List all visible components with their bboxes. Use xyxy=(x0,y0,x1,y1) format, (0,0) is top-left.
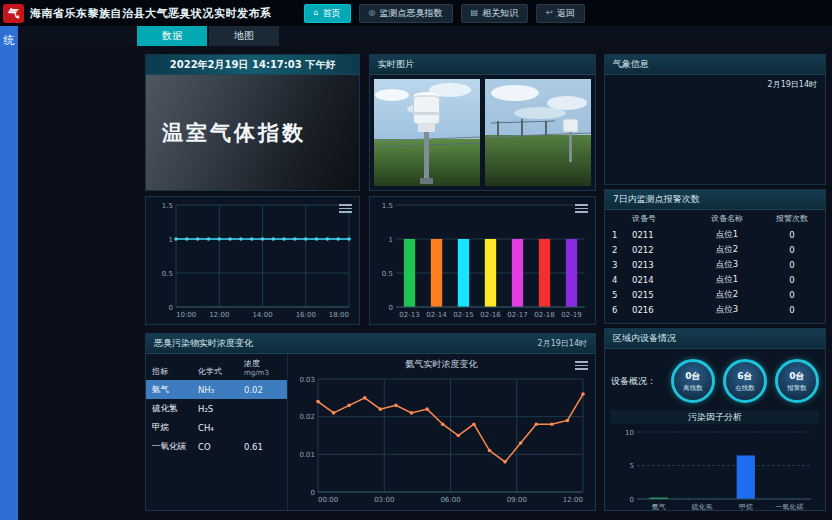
alarm-col-name: 设备名称 xyxy=(688,213,766,224)
greeting-body: 温室气体指数 xyxy=(146,75,359,190)
factor-chart-svg: 0510氨气硫化氢甲烷一氧化碳 xyxy=(611,424,819,514)
svg-text:0: 0 xyxy=(630,496,634,504)
alarm-row-index: 4 xyxy=(612,275,632,285)
odor-header-date: 2月19日14时 xyxy=(538,338,587,349)
knowledge-icon: ▤ xyxy=(471,9,479,17)
device-stat-circle-3: 0台报警数 xyxy=(775,359,819,403)
devices-header: 区域内设备情况 xyxy=(605,329,825,349)
alarm-row-count: 0 xyxy=(766,305,818,315)
odor-row-name: 氨气 xyxy=(152,384,198,396)
alarm-row-device: 0215 xyxy=(632,290,688,300)
alarm-panel: 7日内监测点报警次数 设备号 设备名称 报警次数 10211点位1020212点… xyxy=(604,189,826,324)
svg-text:00:00: 00:00 xyxy=(318,496,338,504)
nav-item-1[interactable]: ⌂首页 xyxy=(304,4,351,23)
app-logo-icon: 气 xyxy=(3,4,24,23)
alarm-row-device: 0214 xyxy=(632,275,688,285)
svg-text:10:00: 10:00 xyxy=(176,311,196,319)
alarm-row-index: 1 xyxy=(612,230,632,240)
alarm-table-row: 50215点位20 xyxy=(605,287,825,302)
greenhouse-chart-wrap: 00.511.510:0012:0014:0016:0018:00 xyxy=(146,197,359,324)
odor-row-value: 0.61 xyxy=(244,442,281,452)
alarm-row-index: 3 xyxy=(612,260,632,270)
device-overview-row: 设备概况： 0台离线数6台在线数0台报警数 xyxy=(611,352,819,410)
svg-text:0: 0 xyxy=(169,304,173,312)
device-stat-label: 在线数 xyxy=(735,384,755,393)
device-stat-circle-1: 0台离线数 xyxy=(671,359,715,403)
nav-item-label: 首页 xyxy=(323,7,341,20)
odor-row-name: 硫化氢 xyxy=(152,403,198,415)
greenhouse-index-title: 温室气体指数 xyxy=(146,119,306,147)
daily-bars-panel: 00.511.502-1302-1402-1502-1602-1702-1802… xyxy=(369,196,596,325)
svg-text:0.5: 0.5 xyxy=(382,270,393,278)
odor-table-row[interactable]: 甲烷CH₄ xyxy=(146,418,287,437)
device-stat-count: 6台 xyxy=(737,370,752,383)
daily-bars-svg: 00.511.502-1302-1402-1502-1602-1702-1802… xyxy=(370,197,593,322)
odor-header-title: 恶臭污染物实时浓度变化 xyxy=(154,337,253,350)
alarm-table-row: 10211点位10 xyxy=(605,227,825,242)
alarm-row-device: 0216 xyxy=(632,305,688,315)
chart-menu-icon[interactable] xyxy=(575,202,588,215)
top-bar: 气 海南省乐东黎族自治县大气恶臭状况实时发布系 ⌂首页◎监测点恶臭指数▤相关知识… xyxy=(0,0,832,26)
alarm-row-device: 0211 xyxy=(632,230,688,240)
device-stat-count: 0台 xyxy=(789,370,804,383)
weather-panel: 气象信息 2月19日14时 xyxy=(604,54,826,185)
device-stat-label: 离线数 xyxy=(683,384,703,393)
odor-table-head: 指标 化学式 浓度 mg/m3 xyxy=(146,356,287,380)
svg-text:1: 1 xyxy=(169,236,173,244)
alarm-table-row: 30213点位30 xyxy=(605,257,825,272)
greenhouse-chart-panel: 00.511.510:0012:0014:0016:0018:00 xyxy=(145,196,360,325)
alarm-row-count: 0 xyxy=(766,290,818,300)
alarm-row-count: 0 xyxy=(766,230,818,240)
photos-panel: 实时图片 xyxy=(369,54,596,191)
weather-date: 2月19日14时 xyxy=(768,79,817,180)
alarm-table-head: 设备号 设备名称 报警次数 xyxy=(605,210,825,227)
photos-body xyxy=(370,75,595,190)
ammonia-chart-svg: 00.010.020.0300:0003:0006:0009:0012:00 xyxy=(288,371,591,507)
greeting-panel: 2022年2月19日 14:17:03 下午好 温室气体指数 xyxy=(145,54,360,191)
nav-item-label: 监测点恶臭指数 xyxy=(380,7,443,20)
odor-row-value: 0.02 xyxy=(244,385,281,395)
device-stat-label: 报警数 xyxy=(787,384,807,393)
devices-body: 设备概况： 0台离线数6台在线数0台报警数 污染因子分析 0510氨气硫化氢甲烷… xyxy=(605,349,825,518)
odor-table-row[interactable]: 一氧化碳CO0.61 xyxy=(146,437,287,456)
side-strip[interactable]: 统 xyxy=(0,26,18,520)
odor-table-body: 氨气NH₃0.02硫化氢H₂S甲烷CH₄一氧化碳CO0.61 xyxy=(146,380,287,456)
alarm-table-row: 20212点位20 xyxy=(605,242,825,257)
greenhouse-chart-svg: 00.511.510:0012:0014:0016:0018:00 xyxy=(146,197,357,322)
station-photo-2 xyxy=(485,79,591,186)
tab-2[interactable]: 地图 xyxy=(209,26,279,46)
odor-table-row[interactable]: 硫化氢H₂S xyxy=(146,399,287,418)
svg-text:03:00: 03:00 xyxy=(374,496,394,504)
alarm-row-count: 0 xyxy=(766,245,818,255)
odor-table-row[interactable]: 氨气NH₃0.02 xyxy=(146,380,287,399)
nav-item-4[interactable]: ↩返回 xyxy=(536,4,585,23)
svg-text:1.5: 1.5 xyxy=(382,202,393,210)
alarm-row-name: 点位1 xyxy=(688,229,766,241)
side-strip-label: 统 xyxy=(0,33,18,48)
tab-1[interactable]: 数据 xyxy=(137,26,207,46)
svg-text:02-19: 02-19 xyxy=(561,311,581,319)
tab-row: 数据地图 xyxy=(18,26,832,46)
chart-menu-icon[interactable] xyxy=(575,359,588,372)
devices-panel: 区域内设备情况 设备概况： 0台离线数6台在线数0台报警数 污染因子分析 051… xyxy=(604,328,826,511)
svg-text:10: 10 xyxy=(625,429,634,437)
alarm-col-device: 设备号 xyxy=(632,213,688,224)
odor-header: 恶臭污染物实时浓度变化 2月19日14时 xyxy=(146,334,595,354)
alarm-table-row: 40214点位10 xyxy=(605,272,825,287)
chart-menu-icon[interactable] xyxy=(339,202,352,215)
svg-text:16:00: 16:00 xyxy=(296,311,316,319)
svg-text:02-15: 02-15 xyxy=(453,311,473,319)
daily-bars-wrap: 00.511.502-1302-1402-1502-1602-1702-1802… xyxy=(370,197,595,324)
dashboard: 气 海南省乐东黎族自治县大气恶臭状况实时发布系 ⌂首页◎监测点恶臭指数▤相关知识… xyxy=(0,0,832,520)
station-photo-1-art xyxy=(374,79,480,186)
nav-item-2[interactable]: ◎监测点恶臭指数 xyxy=(359,4,453,23)
odor-col-name: 指标 xyxy=(152,366,198,377)
device-stat-circle-2: 6台在线数 xyxy=(723,359,767,403)
alarm-row-index: 2 xyxy=(612,245,632,255)
nav-item-3[interactable]: ▤相关知识 xyxy=(461,4,529,23)
device-overview-label: 设备概况： xyxy=(611,375,663,388)
svg-text:氨气: 氨气 xyxy=(652,503,666,511)
nav-item-label: 返回 xyxy=(557,7,575,20)
alarm-row-name: 点位1 xyxy=(688,274,766,286)
odor-row-formula: NH₃ xyxy=(198,385,244,395)
